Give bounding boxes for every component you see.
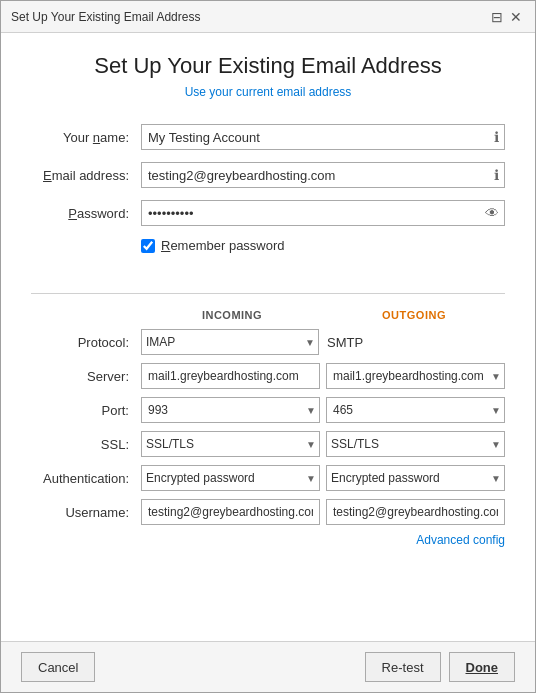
auth-incoming-wrapper: Encrypted password ▼	[141, 465, 320, 491]
auth-inputs: Encrypted password ▼ Encrypted password …	[141, 465, 505, 491]
protocol-label: Protocol:	[31, 335, 141, 350]
protocol-inputs: IMAP ▼ SMTP	[141, 329, 505, 355]
auth-outgoing-select[interactable]: Encrypted password	[326, 465, 505, 491]
info-icon-email[interactable]: ℹ	[494, 167, 499, 183]
username-row: Username:	[31, 499, 505, 525]
ssl-inputs: SSL/TLS ▼ SSL/TLS ▼	[141, 431, 505, 457]
name-row: Your name: ℹ	[31, 124, 505, 150]
port-row: Port: ▼ ▼	[31, 397, 505, 423]
auth-outgoing-wrapper: Encrypted password ▼	[326, 465, 505, 491]
incoming-header: INCOMING	[141, 309, 323, 321]
port-incoming-input[interactable]	[141, 397, 320, 423]
username-incoming-input[interactable]	[141, 499, 320, 525]
email-input-wrapper: ℹ	[141, 162, 505, 188]
ssl-label: SSL:	[31, 437, 141, 452]
info-icon-name[interactable]: ℹ	[494, 129, 499, 145]
main-content: Set Up Your Existing Email Address Use y…	[1, 33, 535, 641]
remember-row: Remember password	[141, 238, 505, 253]
password-label: Password:	[31, 206, 141, 221]
name-input[interactable]	[141, 124, 505, 150]
ssl-incoming-wrapper: SSL/TLS ▼	[141, 431, 320, 457]
username-label: Username:	[31, 505, 141, 520]
cancel-button[interactable]: Cancel	[21, 652, 95, 682]
basic-form-section: Your name: ℹ Email address: ℹ	[31, 124, 505, 258]
ssl-incoming-select[interactable]: SSL/TLS	[141, 431, 320, 457]
port-inputs: ▼ ▼	[141, 397, 505, 423]
username-outgoing-input[interactable]	[326, 499, 505, 525]
server-outgoing-input[interactable]	[326, 363, 505, 389]
email-label: Email address:	[31, 168, 141, 183]
footer: Cancel Re-test Done	[1, 641, 535, 692]
close-button[interactable]: ✕	[507, 8, 525, 26]
server-inputs: ▼	[141, 363, 505, 389]
title-bar: Set Up Your Existing Email Address ⊟ ✕	[1, 1, 535, 33]
username-outgoing-wrap	[326, 499, 505, 525]
remember-label: Remember password	[161, 238, 285, 253]
port-incoming-wrapper: ▼	[141, 397, 320, 423]
protocol-row: Protocol: IMAP ▼ SMTP	[31, 329, 505, 355]
title-bar-controls: ⊟ ✕	[491, 8, 525, 26]
protocol-incoming-select[interactable]: IMAP	[141, 329, 319, 355]
port-outgoing-input[interactable]	[326, 397, 505, 423]
section-divider	[31, 293, 505, 294]
server-incoming-input[interactable]	[141, 363, 320, 389]
server-column-headers: INCOMING OUTGOING	[141, 309, 505, 321]
remember-checkbox[interactable]	[141, 239, 155, 253]
eye-icon[interactable]: 👁	[485, 205, 499, 221]
email-input[interactable]	[141, 162, 505, 188]
server-label: Server:	[31, 369, 141, 384]
server-row: Server: ▼	[31, 363, 505, 389]
footer-right-buttons: Re-test Done	[365, 652, 515, 682]
ssl-outgoing-select[interactable]: SSL/TLS	[326, 431, 505, 457]
done-button[interactable]: Done	[449, 652, 516, 682]
main-window: Set Up Your Existing Email Address ⊟ ✕ S…	[0, 0, 536, 693]
auth-label: Authentication:	[31, 471, 141, 486]
name-input-wrapper: ℹ	[141, 124, 505, 150]
page-subtitle: Use your current email address	[31, 85, 505, 99]
password-input-wrapper: 👁	[141, 200, 505, 226]
auth-row: Authentication: Encrypted password ▼ Enc…	[31, 465, 505, 491]
auth-incoming-select[interactable]: Encrypted password	[141, 465, 320, 491]
ssl-outgoing-wrapper: SSL/TLS ▼	[326, 431, 505, 457]
server-incoming-wrap	[141, 363, 320, 389]
outgoing-header: OUTGOING	[323, 309, 505, 321]
port-label: Port:	[31, 403, 141, 418]
protocol-incoming-wrapper: IMAP ▼	[141, 329, 319, 355]
ssl-row: SSL: SSL/TLS ▼ SSL/TLS ▼	[31, 431, 505, 457]
retest-button[interactable]: Re-test	[365, 652, 441, 682]
username-incoming-wrap	[141, 499, 320, 525]
advanced-config-link[interactable]: Advanced config	[31, 533, 505, 547]
protocol-outgoing-label: SMTP	[325, 335, 505, 350]
server-outgoing-wrapper: ▼	[326, 363, 505, 389]
port-outgoing-wrapper: ▼	[326, 397, 505, 423]
server-section: INCOMING OUTGOING Protocol: IMAP ▼ SMTP	[31, 309, 505, 626]
page-title: Set Up Your Existing Email Address	[31, 53, 505, 79]
window-restore-icon: ⊟	[491, 9, 503, 25]
username-inputs	[141, 499, 505, 525]
title-bar-title: Set Up Your Existing Email Address	[11, 10, 200, 24]
password-row: Password: 👁	[31, 200, 505, 226]
name-label: Your name:	[31, 130, 141, 145]
email-row: Email address: ℹ	[31, 162, 505, 188]
password-input[interactable]	[141, 200, 505, 226]
